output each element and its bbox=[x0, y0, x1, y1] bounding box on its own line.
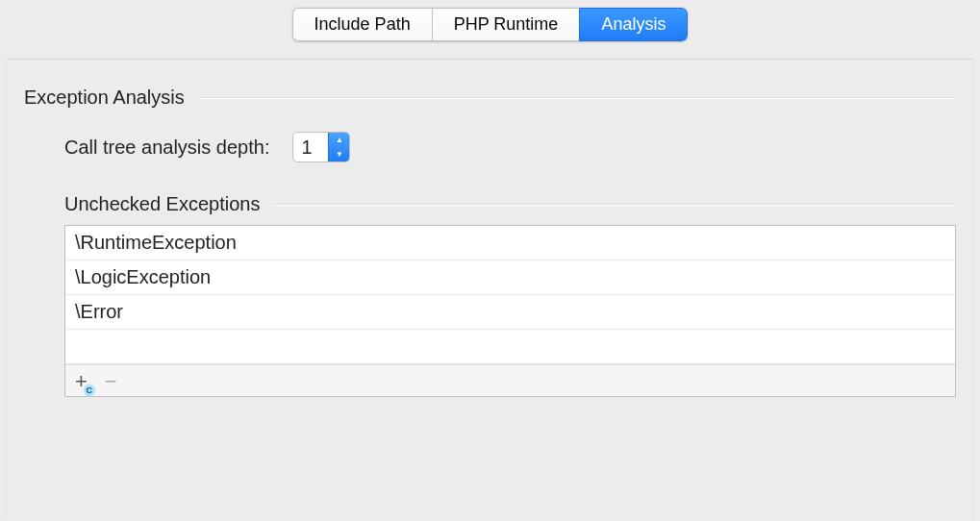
depth-value: 1 bbox=[293, 133, 328, 161]
add-exception-button[interactable]: + C bbox=[75, 371, 88, 392]
chevron-down-icon[interactable]: ▼ bbox=[329, 147, 349, 161]
divider bbox=[196, 97, 956, 99]
segmented-tabs: Include Path PHP Runtime Analysis bbox=[292, 8, 689, 41]
minus-icon: − bbox=[105, 369, 117, 393]
list-item[interactable]: \LogicException bbox=[65, 260, 955, 295]
tab-row: Include Path PHP Runtime Analysis bbox=[0, 0, 980, 41]
exception-analysis-title-row: Exception Analysis bbox=[24, 87, 956, 109]
exception-analysis-title: Exception Analysis bbox=[24, 87, 185, 109]
tab-php-runtime[interactable]: PHP Runtime bbox=[432, 8, 580, 41]
remove-exception-button[interactable]: − bbox=[105, 371, 117, 392]
list-item[interactable]: \RuntimeException bbox=[65, 226, 955, 260]
list-item[interactable]: \Error bbox=[65, 295, 955, 330]
list-toolbar: + C − bbox=[65, 364, 955, 396]
unchecked-exceptions-list[interactable]: \RuntimeException \LogicException \Error… bbox=[64, 225, 956, 397]
depth-label: Call tree analysis depth: bbox=[64, 136, 269, 159]
stepper-buttons: ▲ ▼ bbox=[328, 133, 349, 161]
unchecked-exceptions-title-row: Unchecked Exceptions bbox=[64, 193, 956, 215]
divider bbox=[271, 204, 956, 206]
list-empty-row bbox=[65, 330, 955, 364]
tab-include-path[interactable]: Include Path bbox=[292, 8, 432, 41]
class-badge-icon: C bbox=[84, 385, 95, 396]
unchecked-exceptions-section: Unchecked Exceptions \RuntimeException \… bbox=[64, 193, 956, 397]
chevron-up-icon[interactable]: ▲ bbox=[329, 133, 349, 147]
tab-analysis[interactable]: Analysis bbox=[579, 8, 688, 41]
depth-row: Call tree analysis depth: 1 ▲ ▼ bbox=[64, 132, 956, 162]
analysis-panel: Exception Analysis Call tree analysis de… bbox=[6, 59, 974, 520]
depth-stepper[interactable]: 1 ▲ ▼ bbox=[292, 132, 350, 162]
unchecked-exceptions-title: Unchecked Exceptions bbox=[64, 193, 260, 215]
